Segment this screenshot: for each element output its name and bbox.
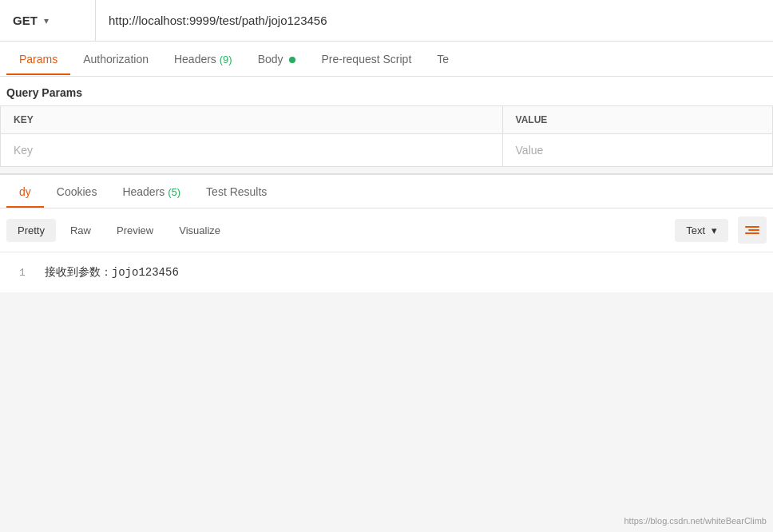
table-row: Key Value — [1, 134, 773, 167]
col-header-value: VALUE — [502, 106, 772, 134]
response-content: 1 接收到参数：jojo123456 — [0, 252, 773, 292]
view-pretty-button[interactable]: Pretty — [6, 219, 56, 242]
format-chevron-icon: ▾ — [712, 224, 717, 236]
response-text-1: 接收到参数：jojo123456 — [45, 265, 179, 280]
method-label: GET — [13, 14, 38, 27]
response-tab-test-results[interactable]: Test Results — [193, 176, 279, 208]
format-label: Text — [686, 224, 705, 236]
key-cell[interactable]: Key — [1, 134, 503, 167]
wrap-button[interactable] — [738, 216, 767, 244]
tab-pre-request[interactable]: Pre-request Script — [308, 43, 424, 75]
line-number-1: 1 — [19, 267, 26, 279]
query-params-header: Query Params — [0, 77, 773, 105]
tab-tests-partial[interactable]: Te — [424, 43, 462, 75]
tab-params[interactable]: Params — [6, 43, 70, 75]
response-tabs: dy Cookies Headers (5) Test Results — [0, 173, 773, 208]
response-tab-cookies[interactable]: Cookies — [44, 176, 110, 208]
url-bar: GET ▾ — [0, 0, 773, 42]
tab-body[interactable]: Body — [245, 43, 309, 75]
params-table: KEY VALUE Key Value — [0, 105, 773, 167]
body-dot — [289, 57, 295, 63]
view-options-bar: Pretty Raw Preview Visualize Text ▾ — [0, 208, 773, 252]
chevron-down-icon: ▾ — [44, 15, 49, 26]
method-selector[interactable]: GET ▾ — [0, 0, 96, 41]
wrap-lines-icon — [745, 226, 759, 234]
tab-headers[interactable]: Headers (9) — [161, 43, 245, 75]
response-headers-badge: (5) — [168, 186, 180, 198]
url-input[interactable] — [96, 14, 773, 27]
response-tab-headers[interactable]: Headers (5) — [109, 176, 193, 208]
value-cell[interactable]: Value — [502, 134, 772, 167]
headers-badge: (9) — [220, 54, 232, 66]
tab-authorization[interactable]: Authorization — [70, 43, 161, 75]
view-visualize-button[interactable]: Visualize — [168, 219, 232, 242]
view-raw-button[interactable]: Raw — [59, 219, 102, 242]
request-tabs: Params Authorization Headers (9) Body Pr… — [0, 42, 773, 77]
response-tab-body[interactable]: dy — [6, 176, 44, 208]
view-preview-button[interactable]: Preview — [105, 219, 165, 242]
col-header-key: KEY — [1, 106, 503, 134]
response-line-1: 1 接收到参数：jojo123456 — [19, 265, 754, 280]
format-dropdown[interactable]: Text ▾ — [675, 219, 728, 242]
